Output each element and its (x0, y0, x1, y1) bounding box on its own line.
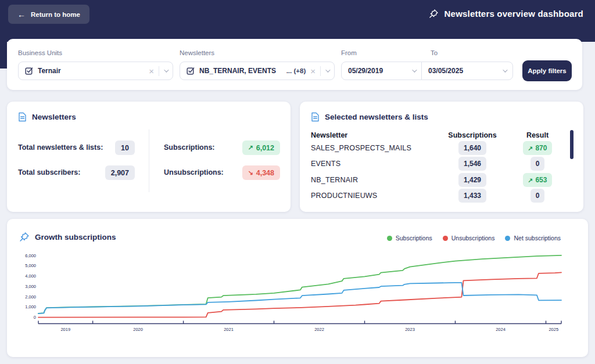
document-icon (18, 112, 27, 122)
newsletters-summary-card: Newsletters Total newsletters & lists: 1… (7, 102, 291, 212)
to-date-value: 03/05/2025 (428, 67, 463, 75)
stat-value: 6,012 (256, 144, 274, 152)
y-axis-tick: 2,000 (25, 294, 36, 300)
subscriptions-badge: 1,546 (458, 157, 486, 171)
stat-badge: 2,907 (105, 165, 135, 180)
growth-chart-card: Growth subscriptions Subscriptions Unsub… (7, 219, 588, 357)
business-units-value: Ternair (38, 67, 61, 75)
from-date-value: 05/29/2019 (348, 67, 383, 75)
x-axis-tick: 2025 (549, 327, 558, 332)
trend-arrow-icon: ↗ (528, 176, 533, 183)
result-value: 0 (536, 192, 540, 200)
newsletters-select[interactable]: NB_TERNAIR, EVENTS ... (+8) × (180, 62, 335, 80)
series-line-net-subscriptions (38, 283, 561, 313)
divider (159, 66, 159, 76)
column-header-subscriptions: Subscriptions (438, 131, 507, 139)
apply-filters-button[interactable]: Apply filters (522, 60, 572, 81)
x-axis-tick: 2022 (314, 327, 324, 332)
selected-card-header: Selected newsletters & lists (311, 112, 428, 122)
from-label: From (341, 49, 357, 56)
column-header-result: Result (508, 131, 567, 139)
subscriptions-badge: 1,640 (458, 141, 486, 155)
stat-label: Unsubscriptions: (164, 168, 224, 176)
to-date-select[interactable]: 03/05/2025 (421, 62, 513, 80)
subscriptions-value: 1,429 (464, 176, 481, 184)
result-badge: ↗653 (523, 173, 553, 187)
topbar: ← Return to home Newsletters overview da… (0, 0, 595, 42)
checkbox-icon (187, 67, 195, 75)
stat-badge: ↗ 6,012 (242, 140, 281, 155)
x-axis-tick: 2019 (60, 327, 70, 332)
business-units-select[interactable]: Ternair × (18, 62, 173, 80)
table-row: SALES_PROSPECTS_MAILS 1,640 ↗870 (300, 140, 583, 156)
subscriptions-value: 1,640 (464, 144, 481, 152)
newsletter-name: EVENTS (311, 160, 340, 168)
return-home-label: Return to home (31, 11, 80, 18)
stat-label: Total newsletters & lists: (18, 143, 103, 152)
document-icon (311, 112, 320, 122)
subscriptions-badge: 1,429 (458, 173, 486, 187)
trend-up-icon: ↗ (248, 144, 253, 152)
from-date-select[interactable]: 05/29/2019 (341, 62, 422, 80)
chevron-down-icon (503, 67, 507, 72)
stat-label: Subscriptions: (164, 143, 215, 152)
growth-chart-plot: 01,0002,0003,0004,0005,0006,000201920202… (7, 219, 588, 357)
pin-icon (429, 9, 439, 19)
back-arrow-icon: ← (17, 10, 26, 19)
subscriptions-value: 1,546 (464, 160, 481, 168)
column-divider (149, 129, 149, 192)
selected-card-title: Selected newsletters & lists (325, 113, 428, 121)
newsletter-name: SALES_PROSPECTS_MAILS (311, 144, 411, 152)
newsletters-card-header: Newsletters (18, 112, 76, 122)
result-value: 0 (536, 160, 540, 168)
x-axis-tick: 2021 (224, 327, 234, 332)
x-axis-tick: 2024 (496, 327, 506, 332)
chevron-down-icon (412, 67, 417, 72)
filter-bar: Business Units Ternair × Newsletters NB_… (7, 39, 582, 90)
scrollbar-thumb[interactable] (570, 130, 574, 159)
table-row: NB_TERNAIR 1,429 ↗653 (300, 172, 583, 188)
y-axis-tick: 6,000 (25, 253, 36, 258)
x-axis (38, 321, 561, 324)
stat-label: Total subscribers: (18, 168, 80, 176)
clear-icon[interactable]: × (149, 67, 154, 75)
x-axis-tick: 2023 (405, 327, 415, 332)
y-axis-tick: 4,000 (25, 273, 36, 279)
stat-badge: 10 (115, 140, 135, 155)
return-home-button[interactable]: ← Return to home (8, 5, 89, 24)
to-label: To (431, 49, 438, 56)
y-axis-tick: 0 (34, 315, 36, 320)
result-value: 870 (535, 144, 547, 152)
y-axis-tick: 1,000 (25, 304, 36, 309)
newsletters-label: Newsletters (180, 49, 214, 56)
newsletters-value: NB_TERNAIR, EVENTS (199, 67, 276, 75)
trend-arrow-icon: ↗ (528, 145, 533, 152)
series-line-subscriptions (38, 255, 561, 313)
page-title-text: Newsletters overview dashboard (445, 9, 583, 19)
table-viewport: SALES_PROSPECTS_MAILS 1,640 ↗870 EVENTS … (300, 140, 583, 204)
newsletters-card-title: Newsletters (32, 113, 76, 121)
dashboard-page: { "topbar": { "back_label": "Return to h… (0, 0, 595, 364)
result-badge: 0 (531, 189, 545, 203)
table-row: EVENTS 1,546 0 (300, 156, 583, 172)
business-units-label: Business Units (18, 49, 62, 56)
y-axis-tick: 3,000 (25, 284, 36, 289)
chevron-down-icon[interactable] (164, 67, 169, 72)
selected-newsletters-card: Selected newsletters & lists Newsletter … (300, 102, 583, 212)
stat-value: 10 (121, 144, 129, 152)
result-badge: 0 (531, 157, 545, 171)
trend-down-icon: ↘ (248, 169, 253, 176)
clear-icon[interactable]: × (310, 67, 316, 75)
column-header-newsletter: Newsletter (311, 131, 347, 139)
stat-value: 4,348 (256, 169, 274, 177)
y-axis-tick: 5,000 (25, 263, 36, 268)
newsletters-more-count: ... (+8) (286, 67, 306, 74)
chevron-down-icon[interactable] (325, 67, 330, 72)
checkbox-icon (25, 67, 33, 75)
result-badge: ↗870 (523, 141, 553, 155)
subscriptions-value: 1,433 (464, 192, 481, 200)
page-title: Newsletters overview dashboard (429, 0, 583, 27)
result-value: 653 (535, 176, 547, 184)
stat-value: 2,907 (111, 169, 129, 177)
newsletter-name: NB_TERNAIR (311, 176, 358, 184)
